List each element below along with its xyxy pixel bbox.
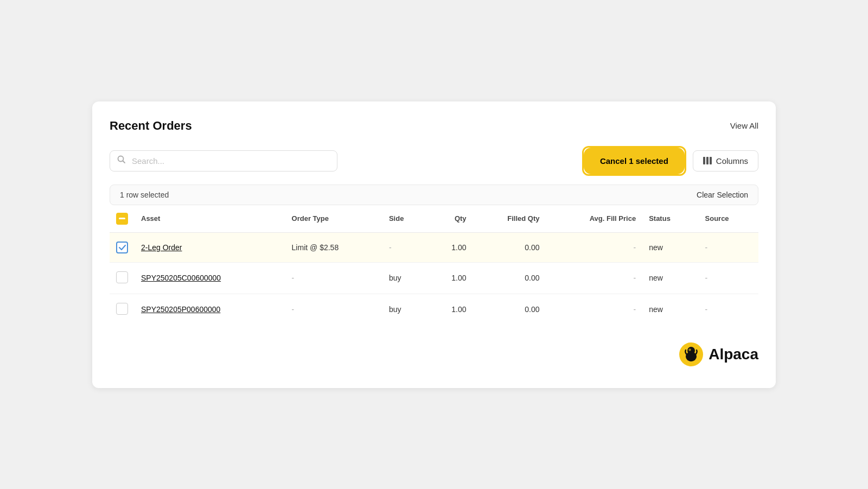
cell-side: buy: [382, 262, 427, 294]
view-all-button[interactable]: View All: [730, 121, 758, 130]
cell-avg-fill-price: -: [546, 294, 643, 325]
col-source: Source: [699, 205, 758, 233]
indeterminate-bar: [119, 218, 125, 219]
col-avg-fill-price: Avg. Fill Price: [546, 205, 643, 233]
cell-order-type: -: [285, 262, 382, 294]
cell-status: new: [642, 262, 698, 294]
svg-point-6: [690, 349, 691, 350]
table-row: 2-Leg OrderLimit @ $2.58-1.000.00-new-: [110, 232, 758, 262]
col-asset: Asset: [135, 205, 285, 233]
page-title: Recent Orders: [110, 119, 192, 133]
asset-link[interactable]: SPY250205C00600000: [141, 274, 221, 282]
cell-qty: 1.00: [427, 294, 473, 325]
indeterminate-checkbox[interactable]: [116, 213, 128, 225]
search-icon: [117, 155, 126, 166]
table-header: Asset Order Type Side Qty Filled Qty Avg…: [110, 205, 758, 233]
svg-line-1: [123, 161, 125, 163]
asset-link[interactable]: 2-Leg Order: [141, 243, 182, 252]
col-status: Status: [642, 205, 698, 233]
columns-label: Columns: [716, 156, 748, 166]
select-all-header[interactable]: [110, 205, 135, 233]
table-row: SPY250205C00600000-buy1.000.00-new-: [110, 262, 758, 294]
cell-filled-qty: 0.00: [473, 262, 546, 294]
toolbar: Cancel 1 selected Columns: [110, 146, 758, 176]
cancel-selected-button[interactable]: Cancel 1 selected: [587, 151, 681, 171]
alpaca-brand-name: Alpaca: [709, 346, 758, 363]
col-qty: Qty: [427, 205, 473, 233]
cell-filled-qty: 0.00: [473, 232, 546, 262]
columns-icon: [703, 157, 712, 164]
table-body: 2-Leg OrderLimit @ $2.58-1.000.00-new-SP…: [110, 232, 758, 325]
unchecked-checkbox[interactable]: [116, 303, 128, 315]
cell-asset[interactable]: SPY250205P00600000: [135, 294, 285, 325]
row-checkbox-cell[interactable]: [110, 262, 135, 294]
col-order-type: Order Type: [285, 205, 382, 233]
card-header: Recent Orders View All: [110, 119, 758, 133]
search-wrapper: [110, 150, 337, 172]
orders-table: Asset Order Type Side Qty Filled Qty Avg…: [110, 205, 758, 325]
cell-asset[interactable]: 2-Leg Order: [135, 232, 285, 262]
clear-selection-button[interactable]: Clear Selection: [697, 190, 748, 199]
table-row: SPY250205P00600000-buy1.000.00-new-: [110, 294, 758, 325]
cell-order-type: Limit @ $2.58: [285, 232, 382, 262]
selection-bar: 1 row selected Clear Selection: [110, 185, 758, 205]
search-input[interactable]: [110, 150, 337, 172]
unchecked-checkbox[interactable]: [116, 271, 128, 283]
asset-link[interactable]: SPY250205P00600000: [141, 305, 220, 314]
cell-asset[interactable]: SPY250205C00600000: [135, 262, 285, 294]
cell-side: buy: [382, 294, 427, 325]
alpaca-logo-icon: [679, 342, 703, 366]
cell-source: -: [699, 232, 758, 262]
cell-status: new: [642, 294, 698, 325]
cell-avg-fill-price: -: [546, 262, 643, 294]
cell-qty: 1.00: [427, 232, 473, 262]
checked-checkbox[interactable]: [116, 242, 128, 253]
cell-source: -: [699, 262, 758, 294]
cell-filled-qty: 0.00: [473, 294, 546, 325]
cell-avg-fill-price: -: [546, 232, 643, 262]
cell-order-type: -: [285, 294, 382, 325]
recent-orders-card: Recent Orders View All Cancel 1 selected…: [92, 101, 776, 388]
columns-button[interactable]: Columns: [693, 150, 758, 172]
row-checkbox-cell[interactable]: [110, 294, 135, 325]
col-side: Side: [382, 205, 427, 233]
row-checkbox-cell[interactable]: [110, 232, 135, 262]
branding: Alpaca: [110, 342, 758, 366]
selection-count: 1 row selected: [120, 190, 169, 199]
col-filled-qty: Filled Qty: [473, 205, 546, 233]
cell-qty: 1.00: [427, 262, 473, 294]
cancel-selected-highlight: Cancel 1 selected: [582, 146, 686, 176]
cell-side: -: [382, 232, 427, 262]
cell-status: new: [642, 232, 698, 262]
svg-point-4: [687, 347, 695, 354]
cell-source: -: [699, 294, 758, 325]
toolbar-actions: Cancel 1 selected Columns: [582, 146, 758, 176]
